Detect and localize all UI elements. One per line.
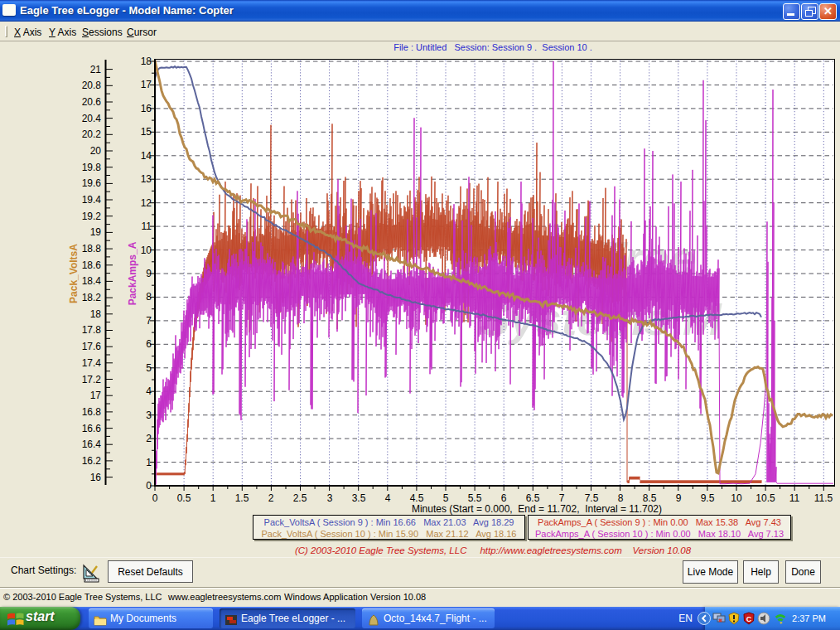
svg-text:C: C: [746, 615, 752, 623]
